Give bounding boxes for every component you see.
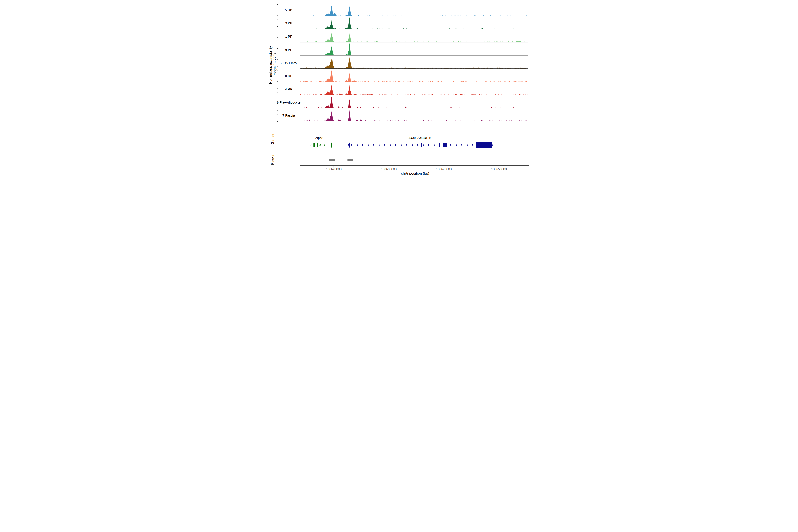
track-label-0-rf: 0 RF [272, 74, 305, 78]
track-label-1-pf: 1 PF [272, 34, 305, 38]
track-label-3-pf: 3 PF [272, 21, 305, 25]
x-axis-title: chr5 position (bp) [401, 171, 429, 175]
coverage-tracks-plot [266, 0, 532, 177]
track-label-6-pf: 6 PF [272, 48, 305, 52]
genes-section-label: Genes [270, 134, 274, 145]
x-tick-label-138620000: 138620000 [326, 167, 342, 171]
gene-label-zfp68: Zfp68 [315, 136, 323, 140]
peaks-section-label: Peaks [270, 155, 274, 165]
genome-browser-figure: Normalized accessibility (range 0 - 220)… [266, 0, 532, 177]
track-label-7-fascia: 7 Fascia [272, 114, 305, 117]
y-axis-label-line1: Normalized accessibility [268, 46, 273, 84]
x-tick-label-138650000: 138650000 [491, 167, 507, 171]
y-axis-label: Normalized accessibility (range 0 - 220) [268, 46, 277, 84]
track-label-2-div-fibro: 2 Div Fibro [272, 61, 305, 64]
track-label-5-dp: 5 DP [272, 8, 305, 12]
x-tick-label-138630000: 138630000 [381, 167, 397, 171]
track-label-8-pre-adipocyte: 8 Pre-Adipocyte [272, 100, 305, 104]
gene-label-a430033k04rik: A430033K04Rik [408, 136, 431, 140]
track-label-4-rf: 4 RF [272, 87, 305, 91]
y-axis-label-line2: (range 0 - 220) [273, 46, 277, 84]
x-tick-label-138640000: 138640000 [436, 167, 452, 171]
